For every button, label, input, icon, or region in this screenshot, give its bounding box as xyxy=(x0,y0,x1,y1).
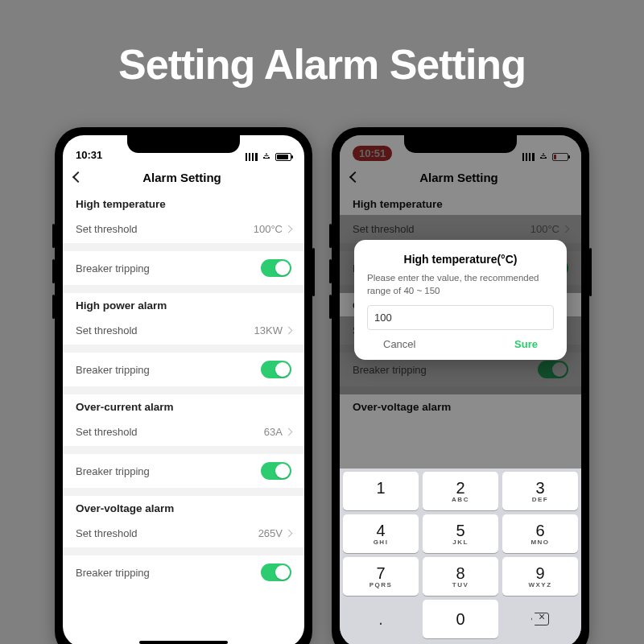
toggle-over-current-tripping[interactable] xyxy=(261,462,291,480)
key-9[interactable]: 9WXYZ xyxy=(502,557,578,596)
key-6[interactable]: 6MNO xyxy=(502,514,578,553)
row-label: Breaker tripping xyxy=(76,567,150,579)
key-1[interactable]: 1 xyxy=(343,472,419,510)
row-value: 13KW xyxy=(254,324,291,336)
row-over-current-tripping: Breaker tripping xyxy=(63,454,304,488)
row-over-voltage-threshold[interactable]: Set threshold 265V xyxy=(63,519,304,547)
home-indicator[interactable] xyxy=(139,641,228,644)
settings-list: High temperature Set threshold 100°C Bre… xyxy=(63,192,304,589)
key-backspace[interactable] xyxy=(502,600,578,638)
key-3[interactable]: 3DEF xyxy=(502,472,578,510)
backspace-icon xyxy=(531,613,549,625)
row-value: 265V xyxy=(258,527,291,539)
battery-icon xyxy=(275,153,291,161)
row-value: 63A xyxy=(264,426,291,438)
divider xyxy=(63,446,304,454)
row-label: Set threshold xyxy=(76,426,138,438)
row-label: Breaker tripping xyxy=(76,364,150,376)
key-2[interactable]: 2ABC xyxy=(423,472,498,510)
threshold-input[interactable] xyxy=(367,305,554,330)
row-label: Set threshold xyxy=(76,324,138,336)
notch xyxy=(127,135,240,153)
row-label: Breaker tripping xyxy=(76,465,150,477)
signal-icon xyxy=(246,153,258,161)
row-label: Set threshold xyxy=(76,527,138,539)
chevron-right-icon xyxy=(285,530,293,538)
divider xyxy=(63,488,304,496)
section-over-current: Over-current alarm xyxy=(63,394,304,418)
divider xyxy=(63,345,304,353)
sure-button[interactable]: Sure xyxy=(514,338,538,350)
phone-right: 10:51 Alarm Setting High temperature S xyxy=(332,127,589,644)
phone-right-screen: 10:51 Alarm Setting High temperature S xyxy=(340,135,581,644)
row-high-power-threshold[interactable]: Set threshold 13KW xyxy=(63,316,304,345)
chevron-right-icon xyxy=(285,428,293,436)
row-label: Breaker tripping xyxy=(76,262,150,275)
row-over-voltage-tripping: Breaker tripping xyxy=(63,555,304,589)
nav-bar: Alarm Setting xyxy=(63,163,304,192)
divider xyxy=(63,243,304,251)
key-7[interactable]: 7PQRS xyxy=(343,557,419,596)
dialog-message: Please enter the value, the recommended … xyxy=(367,272,554,297)
toggle-over-voltage-tripping[interactable] xyxy=(261,564,291,581)
notch xyxy=(404,135,517,153)
divider xyxy=(63,386,304,394)
row-over-current-threshold[interactable]: Set threshold 63A xyxy=(63,418,304,446)
hero-title: Setting Alarm Setting xyxy=(0,40,644,89)
section-over-voltage: Over-voltage alarm xyxy=(63,496,304,519)
phone-left-screen: 10:31 Alarm Setting High temperature Set… xyxy=(63,135,304,644)
threshold-dialog: High temperature(°C) Please enter the va… xyxy=(354,240,567,360)
row-high-power-tripping: Breaker tripping xyxy=(63,353,304,386)
key-8[interactable]: 8TUV xyxy=(423,557,498,596)
key-0[interactable]: 0 xyxy=(423,600,498,638)
page-title: Alarm Setting xyxy=(82,171,293,184)
divider xyxy=(63,547,304,555)
key-4[interactable]: 4GHI xyxy=(343,514,419,553)
wifi-icon xyxy=(261,153,272,161)
chevron-right-icon xyxy=(285,225,293,233)
section-high-temperature: High temperature xyxy=(63,192,304,215)
section-high-power: High power alarm xyxy=(63,293,304,316)
row-value: 100°C xyxy=(254,223,291,235)
phone-left: 10:31 Alarm Setting High temperature Set… xyxy=(55,127,312,644)
key-dot[interactable]: . xyxy=(343,600,419,638)
key-5[interactable]: 5JKL xyxy=(423,514,498,553)
dialog-title: High temperature(°C) xyxy=(367,253,554,266)
numeric-keypad: 1 2ABC 3DEF 4GHI 5JKL 6MNO 7PQRS 8TUV 9W… xyxy=(340,469,581,644)
row-high-temp-threshold[interactable]: Set threshold 100°C xyxy=(63,215,304,243)
row-label: Set threshold xyxy=(76,223,138,235)
cancel-button[interactable]: Cancel xyxy=(383,338,415,350)
toggle-high-temp-tripping[interactable] xyxy=(261,259,291,277)
chevron-right-icon xyxy=(285,327,293,335)
row-high-temp-tripping: Breaker tripping xyxy=(63,251,304,285)
toggle-high-power-tripping[interactable] xyxy=(261,361,291,378)
divider xyxy=(63,285,304,293)
phones-container: 10:31 Alarm Setting High temperature Set… xyxy=(0,127,644,644)
